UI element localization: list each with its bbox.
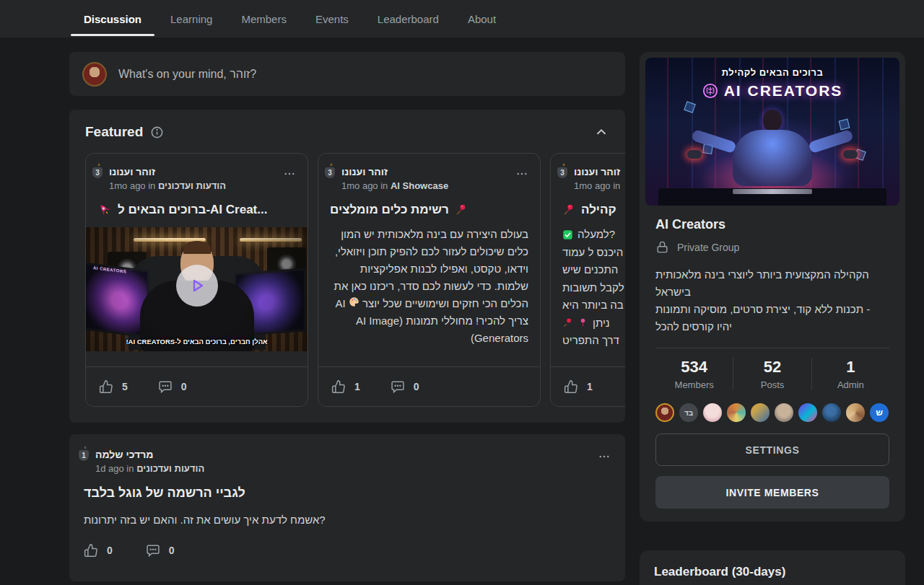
group-stats: 534 Members 52 Posts 1 Admin [655, 348, 889, 397]
group-cover-image: ברוכים הבאים לקהילת AI CREATORS [645, 58, 899, 206]
body-line: התכנים שיש [551, 261, 625, 279]
author-name: מרדכי שלמה [95, 447, 204, 460]
leaderboard-title: Leaderboard (30-days) [654, 565, 891, 579]
member-avatar-initials[interactable]: בד [679, 403, 698, 422]
comment-count: 0 [181, 381, 187, 392]
body-line: היכנס ל עמוד [551, 244, 625, 262]
like-count: 0 [107, 545, 113, 556]
like-button[interactable]: 1 [564, 379, 593, 394]
community-page: Discussion Learning Members Events Leade… [0, 0, 924, 585]
pushpin-emoji-icon [562, 203, 575, 216]
banner-figure-head [763, 110, 782, 131]
post-title[interactable]: ברוכים הבאים ל-AI Creat... [86, 191, 308, 217]
feed-post[interactable]: 1 מרדכי שלמה 1d ago in הודעות ועדכונים [69, 434, 625, 581]
palette-emoji-icon [349, 296, 359, 307]
body-line-text: למעלה? [578, 226, 615, 244]
author-avatar[interactable]: 1 [84, 447, 87, 460]
settings-button[interactable]: SETTINGS [655, 434, 889, 466]
like-button[interactable]: 0 [84, 543, 113, 558]
info-icon[interactable] [150, 126, 164, 139]
featured-title: Featured [85, 124, 143, 140]
like-count: 1 [587, 381, 593, 392]
author-avatar[interactable]: 3 [97, 164, 100, 177]
play-button[interactable] [176, 265, 218, 307]
level-badge: 1 [77, 449, 90, 462]
post-menu-icon[interactable] [598, 447, 611, 466]
author-name: זוהר וענונו [109, 164, 226, 177]
featured-card-tools[interactable]: 3 זוהר וענונו 1mo ago in AI Showcase [318, 153, 541, 407]
banner-keyboard [733, 189, 812, 194]
studio-light [240, 238, 302, 242]
rocket-emoji-icon [97, 203, 112, 217]
comment-count: 0 [414, 381, 419, 392]
comment-button[interactable]: 0 [146, 543, 175, 558]
post-body: למעלה? היכנס ל עמוד התכנים שיש לקבל תשוב… [551, 217, 625, 350]
banner-figure-torso [733, 130, 812, 186]
post-title[interactable]: קהילה [551, 191, 625, 217]
comment-button[interactable]: 0 [158, 379, 187, 394]
post-category[interactable]: הודעות ועדכונים [158, 180, 226, 191]
tab-members[interactable]: Members [227, 0, 301, 38]
post-title-text: רשימת כלים מומלצים [330, 203, 449, 217]
pushpin-emoji-icon [455, 203, 468, 216]
post-category[interactable]: AI Showcase [391, 180, 448, 191]
level-badge: 3 [323, 166, 336, 180]
tab-discussion[interactable]: Discussion [69, 0, 156, 38]
group-name: AI Creators [655, 217, 889, 232]
member-avatar[interactable] [822, 403, 841, 422]
post-menu-icon[interactable] [283, 164, 296, 183]
post-category[interactable]: הודעות ועדכונים [136, 463, 204, 474]
video-thumbnail: AI CREATORS אהלן חברים, ברוכים הבאים ל-A… [86, 227, 308, 351]
featured-card-community[interactable]: 3 זוהר וענונו 1mo ago in [550, 153, 625, 407]
tab-bar: Discussion Learning Members Events Leade… [0, 0, 924, 38]
monitor-left [86, 262, 149, 338]
brand-name: AI CREATORS [724, 82, 843, 100]
collapse-chevron-up-icon[interactable] [593, 124, 609, 140]
stat-label: Members [655, 379, 733, 390]
member-avatar[interactable] [703, 403, 722, 422]
engagement-row: 5 0 [86, 366, 308, 406]
author-avatar[interactable]: 3 [330, 164, 333, 177]
member-avatar[interactable] [775, 403, 793, 422]
group-card: ברוכים הבאים לקהילת AI CREATORS AI Creat… [640, 52, 905, 522]
description-line: בישראל [655, 283, 889, 301]
engagement-row: 1 [551, 366, 625, 406]
invite-members-button[interactable]: INVITE MEMBERS [655, 476, 889, 509]
tab-leaderboard[interactable]: Leaderboard [363, 0, 453, 38]
stat-admins[interactable]: 1 Admin [811, 358, 889, 390]
member-avatar[interactable] [846, 403, 865, 422]
comment-button[interactable]: 0 [391, 379, 419, 394]
author-avatar[interactable]: 3 [562, 164, 565, 177]
stat-members[interactable]: 534 Members [655, 358, 733, 390]
post-composer[interactable]: What's on your mind, זוהר? [69, 52, 625, 96]
author-name: זוהר וענונו [341, 164, 448, 177]
tab-about[interactable]: About [453, 0, 510, 38]
banner-cube [684, 101, 696, 113]
author-name: זוהר וענונו [574, 164, 620, 177]
post-menu-icon[interactable] [515, 164, 528, 183]
post-age: 1d ago in [95, 463, 134, 474]
video-caption: אהלן חברים, ברוכים הבאים ל-AI CREATORS! [86, 338, 308, 346]
level-badge: 3 [556, 166, 569, 180]
post-age: 1mo ago in [109, 180, 155, 191]
description-line: הקהילה המקצועית ביותר ליוצרי בינה מלאכות… [655, 266, 889, 283]
post-title[interactable]: לגביי הרשמה של גוגל בלבד [84, 485, 611, 501]
member-avatar[interactable] [727, 403, 746, 422]
featured-header: Featured [69, 110, 625, 149]
post-meta: 1mo ago in [574, 180, 620, 191]
member-avatar[interactable] [751, 403, 770, 422]
member-avatar[interactable] [798, 403, 817, 422]
tab-learning[interactable]: Learning [156, 0, 227, 38]
like-button[interactable]: 5 [99, 379, 128, 394]
member-avatar-initials[interactable]: ש [870, 403, 889, 422]
body-line: לקבל תשובות [551, 279, 625, 297]
group-privacy: Private Group [655, 240, 889, 254]
featured-card-welcome[interactable]: 3 זוהר וענונו 1mo ago in הודעות ועדכונים [85, 153, 308, 407]
group-info: AI Creators Private Group הקהילה המקצועי… [645, 206, 899, 509]
like-button[interactable]: 1 [331, 379, 360, 394]
tab-events[interactable]: Events [301, 0, 363, 38]
post-title[interactable]: רשימת כלים מומלצים [318, 191, 540, 217]
stat-posts[interactable]: 52 Posts [733, 358, 811, 390]
post-meta: 1mo ago in הודעות ועדכונים [109, 180, 226, 191]
member-avatar[interactable] [655, 403, 674, 422]
